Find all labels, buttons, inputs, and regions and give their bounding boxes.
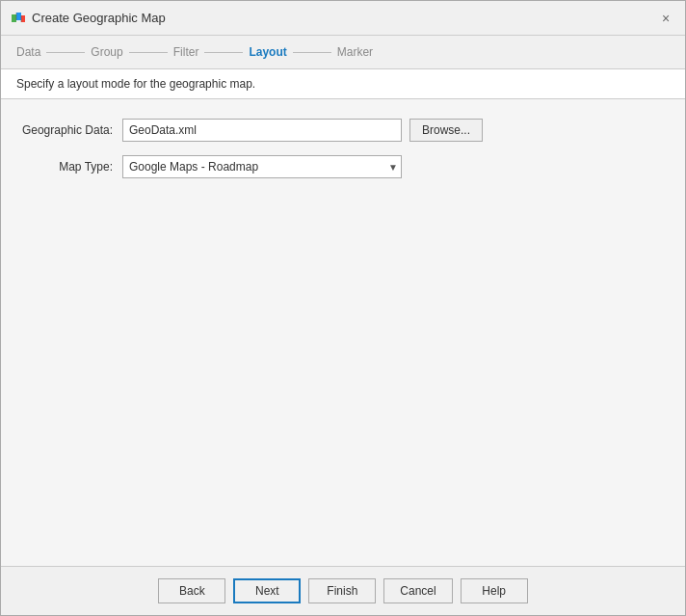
description-bar: Specify a layout mode for the geographic… <box>1 69 685 99</box>
geographic-data-input[interactable] <box>122 119 402 142</box>
map-type-row: Map Type: Google Maps - RoadmapGoogle Ma… <box>16 155 670 178</box>
geographic-data-row: Geographic Data: Browse... <box>16 119 670 142</box>
map-type-select[interactable]: Google Maps - RoadmapGoogle Maps - Satel… <box>122 155 402 178</box>
svg-rect-1 <box>16 13 21 20</box>
help-button[interactable]: Help <box>461 578 528 603</box>
finish-button[interactable]: Finish <box>308 578 376 603</box>
step-divider-3 <box>204 52 243 53</box>
footer: Back Next Finish Cancel Help <box>1 567 685 615</box>
browse-button[interactable]: Browse... <box>409 119 483 142</box>
content-area: Geographic Data: Browse... Map Type: Goo… <box>1 99 685 567</box>
svg-rect-2 <box>21 15 25 22</box>
map-type-label: Map Type: <box>16 160 122 174</box>
step-group: Group <box>91 45 122 59</box>
step-marker: Marker <box>337 45 373 59</box>
svg-rect-0 <box>12 14 16 22</box>
map-icon <box>11 11 26 26</box>
step-divider-1 <box>46 52 85 53</box>
step-data: Data <box>16 45 40 59</box>
geographic-data-label: Geographic Data: <box>16 123 122 137</box>
cancel-button[interactable]: Cancel <box>383 578 452 603</box>
dialog-title: Create Geographic Map <box>32 11 166 25</box>
next-button[interactable]: Next <box>233 578 301 603</box>
step-divider-4 <box>293 52 331 53</box>
title-bar-left: Create Geographic Map <box>11 11 166 26</box>
steps-bar: Data Group Filter Layout Marker <box>1 36 685 69</box>
step-filter: Filter <box>173 45 199 59</box>
back-button[interactable]: Back <box>158 578 225 603</box>
step-divider-2 <box>129 52 168 53</box>
close-button[interactable]: × <box>656 9 675 28</box>
dialog: Create Geographic Map × Data Group Filte… <box>0 0 686 616</box>
map-type-select-wrapper: Google Maps - RoadmapGoogle Maps - Satel… <box>122 155 402 178</box>
step-layout: Layout <box>249 45 286 59</box>
title-bar: Create Geographic Map × <box>1 1 685 36</box>
description-text: Specify a layout mode for the geographic… <box>16 77 255 91</box>
